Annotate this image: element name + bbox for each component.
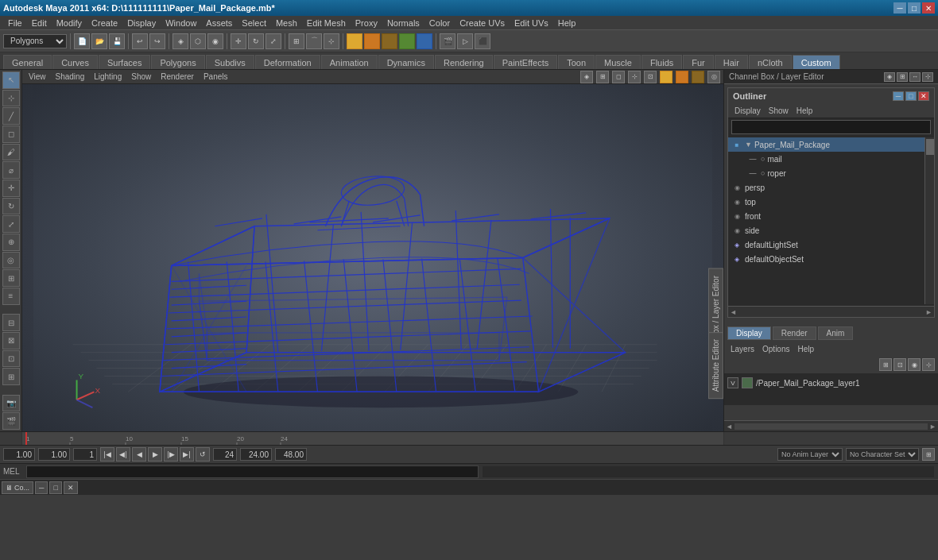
- toolbar-lasso[interactable]: ⬡: [190, 33, 206, 49]
- tool-universal[interactable]: ⊕: [2, 234, 20, 251]
- tab-surfaces[interactable]: Surfaces: [99, 55, 150, 69]
- menu-normals[interactable]: Normals: [382, 17, 424, 29]
- menu-proxy[interactable]: Proxy: [351, 17, 382, 29]
- tool-select[interactable]: ↖: [2, 71, 20, 89]
- maximize-button[interactable]: □: [908, 2, 921, 14]
- toolbar-color-4[interactable]: [399, 33, 415, 49]
- pb-extra-btn[interactable]: ⊞: [922, 448, 935, 461]
- menu-select[interactable]: Select: [237, 17, 271, 29]
- outliner-row-package[interactable]: ■ ▼ Paper_Mail_Package: [728, 137, 924, 152]
- tool-snap3[interactable]: ⊡: [2, 350, 20, 368]
- taskbar-restore[interactable]: □: [49, 481, 61, 494]
- toolbar-paint[interactable]: ◉: [207, 33, 223, 49]
- tool-vertex[interactable]: ⊹: [2, 90, 20, 107]
- frame-rate-field[interactable]: 24.00: [240, 448, 272, 461]
- frame-current-left[interactable]: 1.00: [38, 448, 70, 461]
- mel-input[interactable]: [26, 465, 479, 478]
- layer-btn-2[interactable]: ⊡: [893, 358, 906, 371]
- tool-snap4[interactable]: ⊞: [2, 368, 20, 385]
- toolbar-color-5[interactable]: [417, 33, 432, 49]
- toolbar-move[interactable]: ✛: [231, 33, 246, 49]
- tool-last[interactable]: ≡: [2, 288, 20, 305]
- outliner-scroll-left[interactable]: ◄: [730, 308, 737, 316]
- outliner-scroll-right[interactable]: ►: [925, 308, 932, 316]
- layer-tab-render[interactable]: Render: [773, 326, 816, 340]
- menu-create[interactable]: Create: [87, 17, 122, 29]
- toolbar-color-1[interactable]: [347, 33, 362, 49]
- pb-play-back[interactable]: ◀: [132, 447, 146, 462]
- menu-create-uvs[interactable]: Create UVs: [455, 17, 510, 29]
- vp-menu-lighting[interactable]: Lighting: [91, 72, 125, 81]
- tab-rendering[interactable]: Rendering: [435, 55, 493, 69]
- tool-move[interactable]: ✛: [2, 180, 20, 197]
- menu-modify[interactable]: Modify: [52, 17, 87, 29]
- vp-btn-color3[interactable]: [692, 71, 704, 83]
- menu-display[interactable]: Display: [122, 17, 161, 29]
- tab-ncloth[interactable]: nCloth: [749, 55, 792, 69]
- layer-menu-help[interactable]: Help: [794, 345, 817, 353]
- tool-sculpt[interactable]: ⌀: [2, 161, 20, 179]
- toolbar-redo[interactable]: ↪: [149, 33, 165, 49]
- vp-menu-shading[interactable]: Shading: [52, 72, 88, 81]
- rp-scroll-left[interactable]: ◄: [724, 423, 735, 431]
- char-set-dropdown[interactable]: No Character Set: [846, 448, 919, 461]
- menu-edit[interactable]: Edit: [27, 17, 52, 29]
- rp-scroll-track[interactable]: [735, 423, 928, 430]
- pb-goto-end[interactable]: ▶|: [180, 447, 194, 462]
- outliner-row-roper[interactable]: — ○ roper: [728, 166, 924, 180]
- toolbar-color-2[interactable]: [364, 33, 380, 49]
- toolbar-snap-point[interactable]: ⊹: [324, 33, 339, 49]
- outliner-minimize[interactable]: ─: [893, 91, 904, 101]
- toolbar-undo[interactable]: ↩: [132, 33, 148, 49]
- layer-tab-display[interactable]: Display: [727, 326, 771, 340]
- vp-menu-view[interactable]: View: [25, 72, 49, 81]
- menu-window[interactable]: Window: [161, 17, 201, 29]
- tool-rotate[interactable]: ↻: [2, 198, 20, 215]
- pb-loop[interactable]: ↺: [196, 447, 210, 462]
- outliner-scrollbar[interactable]: [924, 137, 934, 304]
- frame-rate-field-2[interactable]: 48.00: [275, 448, 307, 461]
- tool-render2[interactable]: 🎬: [2, 412, 20, 430]
- tool-soft-mod[interactable]: ◎: [2, 252, 20, 269]
- outliner-row-front[interactable]: ◉ front: [728, 209, 924, 223]
- menu-color[interactable]: Color: [424, 17, 455, 29]
- outliner-close[interactable]: ✕: [918, 91, 929, 101]
- outliner-row-mail[interactable]: — ○ mail: [728, 152, 924, 166]
- outliner-row-objectset[interactable]: ◈ defaultObjectSet: [728, 252, 924, 266]
- taskbar-close[interactable]: ✕: [64, 481, 78, 494]
- timeline-range-start[interactable]: 1: [73, 448, 97, 461]
- menu-edit-uvs[interactable]: Edit UVs: [510, 17, 553, 29]
- toolbar-snap-curve[interactable]: ⌒: [306, 33, 322, 49]
- tab-muscle[interactable]: Muscle: [595, 55, 641, 69]
- pb-play-fwd[interactable]: ▶: [148, 447, 162, 462]
- pb-goto-start[interactable]: |◀: [100, 447, 114, 462]
- tool-edge[interactable]: ╱: [2, 107, 20, 125]
- toolbar-color-3[interactable]: [382, 33, 397, 49]
- tab-custom[interactable]: Custom: [793, 55, 840, 69]
- toolbar-save[interactable]: 💾: [109, 33, 125, 49]
- menu-assets[interactable]: Assets: [201, 17, 237, 29]
- timeline-ruler[interactable]: 1 5 10 15 20 24: [22, 432, 723, 445]
- pb-step-back[interactable]: ◀|: [116, 447, 130, 462]
- tool-camera[interactable]: 📷: [2, 395, 20, 412]
- timeline-range-end[interactable]: 24: [213, 448, 237, 461]
- right-panel-scrollbar[interactable]: ◄ ►: [724, 420, 938, 431]
- tab-subdivs[interactable]: Subdivs: [206, 55, 254, 69]
- cb-icon2[interactable]: ⊞: [897, 72, 908, 82]
- outliner-menu-help[interactable]: Help: [793, 106, 816, 115]
- menu-mesh[interactable]: Mesh: [271, 17, 302, 29]
- scrollbar-thumb[interactable]: [926, 139, 934, 155]
- minimize-button[interactable]: ─: [893, 2, 906, 14]
- toolbar-ipr[interactable]: ▷: [457, 33, 473, 49]
- outliner-maximize[interactable]: □: [905, 91, 917, 101]
- vp-btn-2[interactable]: ⊞: [596, 71, 609, 83]
- tab-polygons[interactable]: Polygons: [151, 55, 204, 69]
- tab-dynamics[interactable]: Dynamics: [378, 55, 434, 69]
- toolbar-stop-render[interactable]: ⬛: [475, 33, 490, 49]
- tool-show-manip[interactable]: ⊞: [2, 269, 20, 287]
- layer-tab-anim[interactable]: Anim: [818, 326, 854, 340]
- menu-file[interactable]: File: [3, 17, 27, 29]
- tab-general[interactable]: General: [3, 55, 52, 69]
- attr-editor-side-tab[interactable]: Attribute Editor: [708, 332, 723, 399]
- taskbar-minimize[interactable]: ─: [35, 481, 48, 494]
